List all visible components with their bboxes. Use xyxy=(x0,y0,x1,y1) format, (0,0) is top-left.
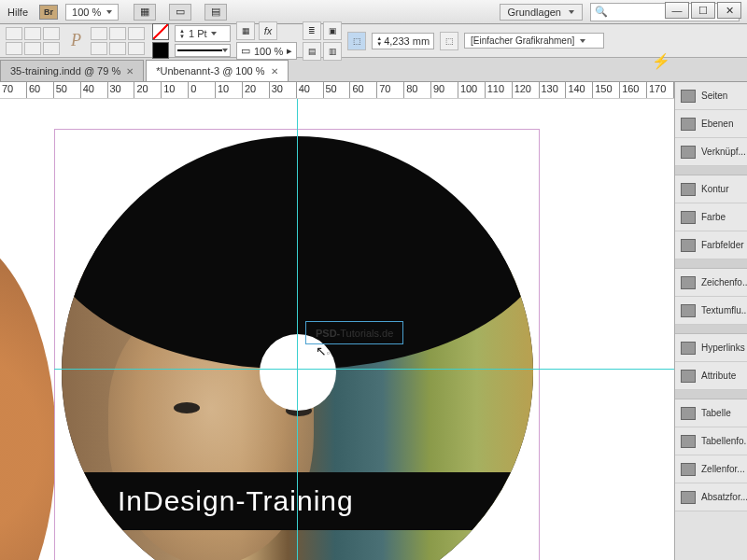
bolt-icon[interactable]: ⚡ xyxy=(652,52,670,70)
search-icon: 🔍 xyxy=(595,6,608,18)
panel-cellf[interactable]: Zellenfor... xyxy=(675,455,747,483)
panel-label: Absatzfor... xyxy=(701,492,747,502)
tool-btn[interactable] xyxy=(24,42,41,55)
canvas[interactable]: InDesign-Training PSD-Tutorials.de ↖▫ xyxy=(0,99,674,560)
panels-dock: SeitenEbenenVerknüpf...KonturFarbeFarbfe… xyxy=(674,82,747,560)
workspace-select[interactable]: Grundlagen xyxy=(500,4,584,21)
panel-char[interactable]: Zeichenfo... xyxy=(675,269,747,297)
tool-btn[interactable] xyxy=(91,42,107,55)
tool-btn[interactable] xyxy=(91,27,107,40)
panel-links[interactable]: Verknüpf... xyxy=(675,138,747,166)
panel-attr[interactable]: Attribute xyxy=(675,362,747,390)
tool-group xyxy=(91,27,147,55)
tool-btn[interactable] xyxy=(6,42,22,55)
color-icon xyxy=(681,211,696,224)
caret-icon xyxy=(569,10,574,14)
tool-btn[interactable] xyxy=(43,27,60,40)
table-icon xyxy=(681,407,696,420)
fx-icon[interactable]: ▦ xyxy=(236,21,255,40)
attr-icon xyxy=(681,370,696,383)
panel-label: Textumflu... xyxy=(701,305,747,315)
panel-paraf[interactable]: Absatzfor... xyxy=(675,483,747,511)
panel-pages[interactable]: Seiten xyxy=(675,82,747,110)
panel-label: Tabelle xyxy=(701,408,731,418)
layers-icon xyxy=(681,118,696,131)
frame-type-select[interactable]: [Einfacher Grafikrahmen] xyxy=(464,33,604,49)
panel-wrap[interactable]: Textumflu... xyxy=(675,297,747,325)
tablef-icon xyxy=(681,435,696,448)
panel-label: Kontur xyxy=(701,184,728,194)
arrange-icon[interactable]: ▤ xyxy=(204,4,227,21)
wrap-icon[interactable]: ▥ xyxy=(323,42,342,61)
panel-label: Hyperlinks xyxy=(701,343,745,353)
paraf-icon xyxy=(681,491,696,504)
hyper-icon xyxy=(681,342,696,355)
close-tab-icon[interactable]: ✕ xyxy=(271,66,278,77)
minimize-button[interactable]: — xyxy=(665,2,689,19)
panel-swatches[interactable]: Farbfelder xyxy=(675,231,747,259)
artwork-eye xyxy=(174,402,200,413)
doc-tab[interactable]: 35-training.indd @ 79 %✕ xyxy=(0,60,144,81)
char-icon xyxy=(681,276,696,289)
caret-icon xyxy=(106,10,112,14)
panel-label: Seiten xyxy=(701,91,727,101)
panel-stroke[interactable]: Kontur xyxy=(675,175,747,203)
measure-input[interactable]: ▲▼4,233 mm xyxy=(372,33,434,49)
zoom-value: 100 % xyxy=(72,7,101,18)
view-options-icon[interactable]: ▦ xyxy=(134,4,156,21)
stroke-icon xyxy=(681,183,696,196)
guide-vertical[interactable] xyxy=(297,99,298,560)
ruler-horizontal[interactable]: 7060504030201001020304050607080901001101… xyxy=(0,82,674,99)
wrap-icon xyxy=(681,304,696,317)
panel-label: Tabellenfo... xyxy=(701,436,747,446)
fx-button[interactable]: fx xyxy=(259,21,277,40)
wrap-icon[interactable]: ≣ xyxy=(303,21,321,40)
opacity-input[interactable]: ▭ 100 % ▸ xyxy=(236,42,297,60)
guide-horizontal[interactable] xyxy=(54,369,674,370)
maximize-button[interactable]: ☐ xyxy=(691,2,715,19)
panel-tablef[interactable]: Tabellenfo... xyxy=(675,427,747,455)
panel-label: Attribute xyxy=(701,371,736,381)
pages-icon xyxy=(681,90,696,103)
close-button[interactable]: ✕ xyxy=(717,2,741,19)
panel-color[interactable]: Farbe xyxy=(675,203,747,231)
stroke-style-select[interactable] xyxy=(175,44,231,57)
stroke-black-swatch[interactable] xyxy=(152,42,169,59)
bridge-button[interactable]: Br xyxy=(39,5,58,20)
help-menu[interactable]: Hilfe xyxy=(7,7,28,18)
tool-btn[interactable] xyxy=(128,27,145,40)
tool-group xyxy=(6,27,62,55)
doc-tab[interactable]: *Unbenannt-3 @ 100 %✕ xyxy=(146,60,288,81)
cursor-icon: ↖▫ xyxy=(316,343,330,358)
panel-label: Verknüpf... xyxy=(701,147,746,157)
tool-btn[interactable] xyxy=(128,42,145,55)
panel-hyper[interactable]: Hyperlinks xyxy=(675,334,747,362)
panel-label: Zeichenfo... xyxy=(701,277,747,287)
panel-label: Zellenfor... xyxy=(701,464,745,474)
paragraph-icon: P xyxy=(71,31,81,50)
panel-label: Farbfelder xyxy=(701,240,744,250)
panel-label: Ebenen xyxy=(701,119,733,129)
panel-layers[interactable]: Ebenen xyxy=(675,110,747,138)
panel-table[interactable]: Tabelle xyxy=(675,399,747,427)
screen-mode-icon[interactable]: ▭ xyxy=(169,4,191,21)
frame-icon[interactable]: ⬚ xyxy=(440,32,458,50)
stroke-width-input[interactable]: ▲▼ 1 Pt xyxy=(175,25,231,42)
wrap-icon[interactable]: ▤ xyxy=(303,42,321,61)
tool-btn[interactable] xyxy=(6,27,22,40)
wrap-icon[interactable]: ▣ xyxy=(323,21,342,40)
links-icon xyxy=(681,146,696,159)
psd-label-frame[interactable]: PSD-Tutorials.de xyxy=(305,321,403,344)
zoom-select[interactable]: 100 % xyxy=(65,4,119,21)
fill-none-swatch[interactable] xyxy=(152,23,169,40)
tool-btn[interactable] xyxy=(109,42,126,55)
cellf-icon xyxy=(681,463,696,476)
tool-btn[interactable] xyxy=(24,27,41,40)
panel-label: Farbe xyxy=(701,212,726,222)
artwork-disc-left xyxy=(0,230,56,560)
tool-btn[interactable] xyxy=(43,42,60,55)
measure-icon[interactable]: ⬚ xyxy=(347,32,366,50)
close-tab-icon[interactable]: ✕ xyxy=(126,66,134,77)
tool-btn[interactable] xyxy=(109,27,126,40)
document-tabs: 35-training.indd @ 79 %✕ *Unbenannt-3 @ … xyxy=(0,58,747,82)
